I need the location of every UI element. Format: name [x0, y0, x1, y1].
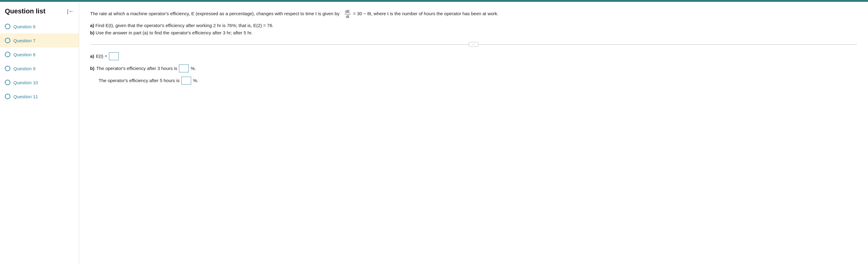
answer-section: a) E(t) = b) The operator's efficiency a…: [90, 52, 857, 85]
fraction-space: [341, 11, 342, 16]
fraction-denominator: dt: [345, 14, 350, 19]
divider-dots: ···: [469, 42, 478, 47]
after5-answer-box[interactable]: [181, 77, 191, 85]
q8-circle: [5, 52, 10, 57]
divider-right: [478, 44, 857, 45]
sidebar-item-q7[interactable]: Question 7: [0, 33, 79, 47]
part-a-label: a): [90, 23, 94, 28]
q10-label: Question 10: [13, 80, 38, 85]
after5-label: The operator's efficiency after 5 hours …: [99, 77, 180, 84]
part-b-label: b): [90, 30, 94, 35]
part-b-answer-row-2: The operator's efficiency after 5 hours …: [99, 77, 857, 85]
problem-continued: = 30 − 8t, where t is the number of hour…: [353, 11, 498, 16]
de-dt-fraction: dE dt: [344, 9, 351, 19]
et-answer-box[interactable]: [109, 52, 119, 60]
sidebar-item-q11[interactable]: Question 11: [0, 90, 79, 103]
after5-input[interactable]: [182, 77, 191, 84]
et-label: E(t) =: [96, 53, 107, 60]
q9-label: Question 9: [13, 66, 36, 71]
sidebar-item-q10[interactable]: Question 10: [0, 75, 79, 90]
sidebar-item-q6[interactable]: Question 6: [0, 20, 79, 33]
q11-circle: [5, 94, 10, 99]
collapse-icon[interactable]: |←: [67, 8, 74, 14]
after3-suffix: %.: [190, 65, 196, 72]
q7-circle: [5, 38, 10, 43]
problem-statement: The rate at which a machine operator's e…: [90, 9, 857, 19]
after3-answer-box[interactable]: [179, 64, 189, 72]
fraction-numerator: dE: [344, 9, 351, 14]
et-input[interactable]: [109, 53, 118, 60]
sidebar-item-q9[interactable]: Question 9: [0, 61, 79, 75]
after5-suffix: %.: [193, 77, 198, 84]
part-b-text: Use the answer in part (a) to find the o…: [96, 30, 252, 35]
divider-left: [90, 44, 469, 45]
divider: ···: [90, 42, 857, 47]
content-area: The rate at which a machine operator's e…: [79, 2, 868, 264]
q8-label: Question 8: [13, 52, 36, 57]
sidebar: Question list |← Question 6 Question 7 Q…: [0, 2, 79, 264]
part-b-answer-row-1: b) The operator's efficiency after 3 hou…: [90, 64, 857, 72]
sidebar-title: Question list: [5, 7, 45, 15]
problem-intro: The rate at which a machine operator's e…: [90, 11, 339, 16]
answer-part-a-label: a): [90, 53, 94, 60]
q7-label: Question 7: [13, 38, 36, 43]
q6-label: Question 6: [13, 24, 36, 29]
q6-circle: [5, 24, 10, 29]
sidebar-header: Question list |←: [0, 2, 79, 20]
problem-parts: a) Find E(t), given that the operator's …: [90, 22, 857, 36]
after3-input[interactable]: [179, 65, 188, 72]
part-a-text: Find E(t), given that the operator's eff…: [96, 23, 274, 28]
answer-part-b-label: b): [90, 65, 94, 72]
q11-label: Question 11: [13, 94, 38, 99]
q10-circle: [5, 80, 10, 85]
part-a-answer-row: a) E(t) =: [90, 52, 857, 60]
sidebar-item-q8[interactable]: Question 8: [0, 47, 79, 61]
q9-circle: [5, 66, 10, 71]
after3-label: The operator's efficiency after 3 hours …: [96, 65, 177, 72]
main-layout: Question list |← Question 6 Question 7 Q…: [0, 2, 868, 264]
